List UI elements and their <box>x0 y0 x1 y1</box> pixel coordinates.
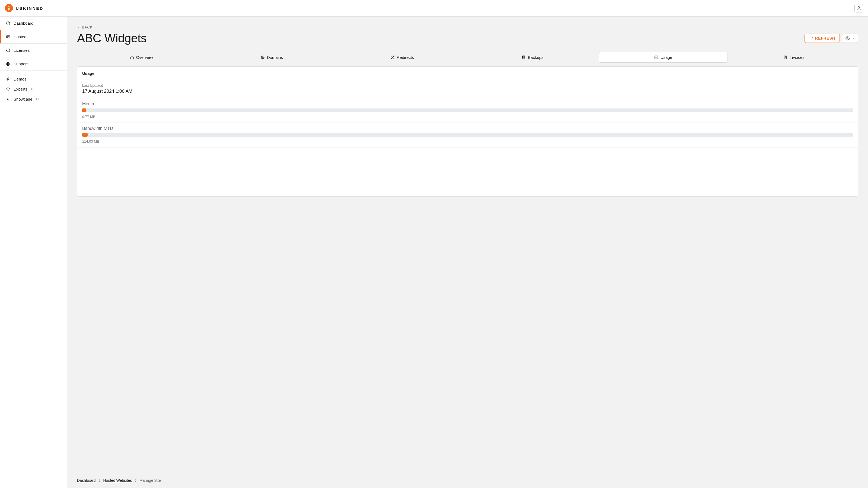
svg-point-14 <box>522 56 525 57</box>
refresh-label: REFRESH <box>815 36 835 40</box>
brand-mark-icon <box>5 4 13 12</box>
page-head: ABC Widgets REFRESH <box>77 31 858 45</box>
breadcrumb: Dashboard ❯ Hosted Websites ❯ Manage Sit… <box>67 473 868 488</box>
sidebar-item-licenses[interactable]: Licenses <box>0 44 67 57</box>
gauge-icon <box>6 21 10 26</box>
settings-dropdown-button[interactable] <box>842 34 858 43</box>
bolt-icon <box>6 77 10 82</box>
database-icon <box>522 55 526 59</box>
globe-icon <box>261 55 265 59</box>
tab-backups[interactable]: Backups <box>468 52 597 63</box>
metric-caption: 114.03 MB <box>82 139 853 143</box>
progress-fill <box>82 108 86 112</box>
svg-point-0 <box>858 6 860 8</box>
back-link[interactable]: BACK <box>77 25 93 29</box>
usage-panel: Usage Last Updated 17 August 2024 1:00 A… <box>77 66 858 197</box>
svg-point-7 <box>7 63 9 65</box>
chevron-down-icon <box>852 37 855 40</box>
tabs: Overview Domains Redirects <box>77 52 858 63</box>
bulb-icon <box>6 97 10 101</box>
diamond-icon <box>6 87 10 91</box>
topbar: USKINNED <box>0 0 868 17</box>
sidebar-item-label: Experts <box>13 87 27 91</box>
tab-label: Invoices <box>789 55 805 60</box>
sidebar-item-label: Hosted <box>13 34 27 39</box>
refresh-button[interactable]: REFRESH <box>805 34 840 43</box>
svg-line-9 <box>9 65 9 65</box>
server-icon <box>6 35 10 39</box>
chart-icon <box>654 55 658 59</box>
tab-label: Backups <box>528 55 544 60</box>
receipt-icon <box>783 55 787 59</box>
chevron-right-icon: ❯ <box>98 479 101 482</box>
progress-fill <box>82 133 88 137</box>
home-icon <box>130 55 134 59</box>
sidebar: Dashboard Hosted Licenses Support <box>0 17 67 488</box>
metric-title: Bandwidth MTD <box>82 126 853 131</box>
chevron-right-icon: ❯ <box>134 479 137 482</box>
tab-usage[interactable]: Usage <box>599 52 728 63</box>
brand-name: USKINNED <box>16 6 43 10</box>
sidebar-item-label: Dashboard <box>13 21 33 26</box>
svg-line-10 <box>7 65 8 65</box>
sidebar-item-dashboard[interactable]: Dashboard <box>0 17 67 30</box>
breadcrumb-link[interactable]: Hosted Websites <box>103 478 132 483</box>
user-menu-button[interactable] <box>855 4 863 12</box>
svg-line-11 <box>9 63 9 63</box>
tab-label: Usage <box>660 55 672 60</box>
badge-icon <box>6 48 10 53</box>
tab-domains[interactable]: Domains <box>208 52 336 63</box>
metric-media: Media 0.77 MB <box>77 98 858 123</box>
user-icon <box>856 6 861 10</box>
sidebar-item-label: Demos <box>13 77 27 82</box>
progress-bar <box>82 133 853 137</box>
metric-caption: 0.77 MB <box>82 115 853 119</box>
tab-redirects[interactable]: Redirects <box>338 52 467 63</box>
sidebar-item-support[interactable]: Support <box>0 57 67 71</box>
external-link-icon <box>36 98 39 101</box>
tab-invoices[interactable]: Invoices <box>730 52 858 63</box>
last-updated-row: Last Updated 17 August 2024 1:00 AM <box>77 80 858 98</box>
sidebar-item-demos[interactable]: Demos <box>0 74 67 84</box>
sidebar-item-label: Support <box>13 62 28 66</box>
breadcrumb-link[interactable]: Dashboard <box>77 478 96 483</box>
page-actions: REFRESH <box>805 34 858 43</box>
svg-line-8 <box>7 63 8 63</box>
sidebar-item-label: Showcase <box>13 97 32 101</box>
panel-heading: Usage <box>77 67 858 80</box>
refresh-icon <box>809 36 813 40</box>
tab-overview[interactable]: Overview <box>77 52 206 63</box>
last-updated-label: Last Updated <box>82 84 853 88</box>
sidebar-item-experts[interactable]: Experts <box>0 84 67 94</box>
brand-logo[interactable]: USKINNED <box>5 4 43 12</box>
sidebar-item-label: Licenses <box>13 48 30 53</box>
shuffle-icon <box>391 55 395 59</box>
svg-point-12 <box>847 38 848 39</box>
external-link-icon <box>31 88 34 91</box>
tab-label: Domains <box>267 55 283 60</box>
progress-bar <box>82 108 853 112</box>
breadcrumb-current: Manage Site <box>140 478 161 483</box>
page-title: ABC Widgets <box>77 31 147 45</box>
main: BACK ABC Widgets REFRESH <box>67 17 868 488</box>
metric-bandwidth: Bandwidth MTD 114.03 MB <box>77 123 858 148</box>
gear-icon <box>845 36 850 40</box>
tab-label: Overview <box>136 55 153 60</box>
back-label: BACK <box>82 25 93 29</box>
lifebuoy-icon <box>6 62 10 66</box>
sidebar-item-showcase[interactable]: Showcase <box>0 94 67 104</box>
arrow-left-icon <box>77 26 80 29</box>
metric-title: Media <box>82 101 853 106</box>
sidebar-item-hosted[interactable]: Hosted <box>0 30 67 44</box>
last-updated-value: 17 August 2024 1:00 AM <box>82 89 853 94</box>
tab-label: Redirects <box>397 55 414 60</box>
